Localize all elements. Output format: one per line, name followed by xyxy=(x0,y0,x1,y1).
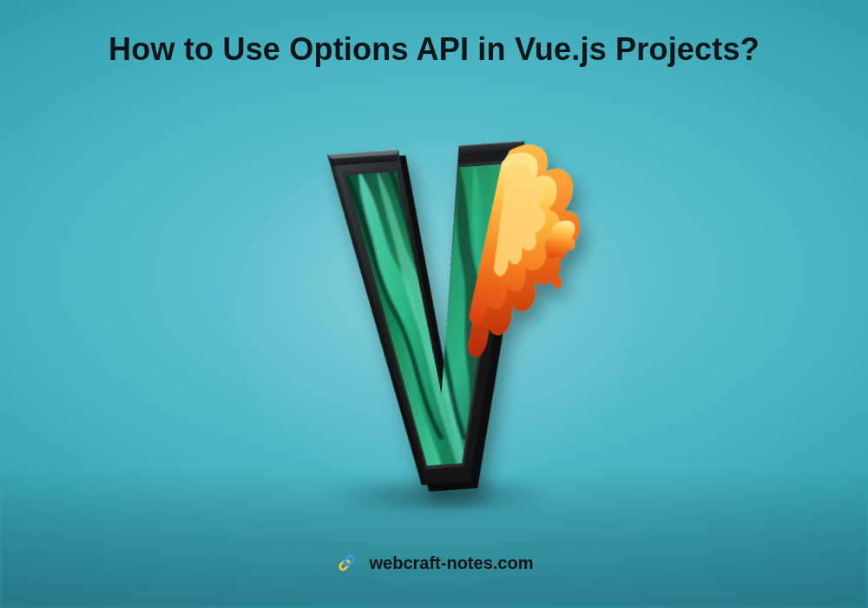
page-title: How to Use Options API in Vue.js Project… xyxy=(0,31,868,68)
footer: webcraft-notes.com xyxy=(335,551,534,575)
link-icon xyxy=(335,551,359,575)
v-illustration xyxy=(208,117,660,508)
site-name: webcraft-notes.com xyxy=(370,553,534,573)
v-shadow xyxy=(326,475,551,517)
v-svg xyxy=(208,117,660,508)
